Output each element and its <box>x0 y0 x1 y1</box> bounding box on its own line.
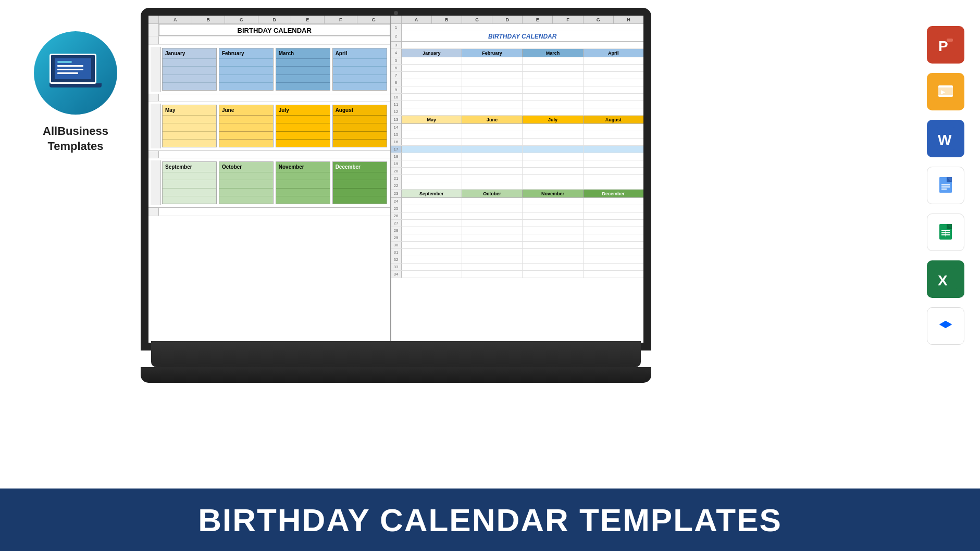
screen-content: A B C D E F G BIRTHDAY CALENDAR <box>148 16 643 343</box>
dropbox-icon[interactable] <box>927 307 964 345</box>
col-f-left: F <box>325 16 358 23</box>
month-december-left: December <box>332 161 387 204</box>
laptop-frame: A B C D E F G BIRTHDAY CALENDAR <box>141 8 662 393</box>
svg-text:W: W <box>938 132 952 148</box>
month-january-left: January <box>162 48 217 91</box>
laptop-bezel: A B C D E F G BIRTHDAY CALENDAR <box>141 8 651 350</box>
col-d-left: D <box>258 16 292 23</box>
logo-circle <box>34 31 117 115</box>
month-august-left: August <box>332 105 387 147</box>
svg-rect-14 <box>941 184 950 185</box>
right-spreadsheet: A B C D E F G H 1 <box>391 16 644 343</box>
month-may-left: May <box>162 105 217 147</box>
month-november-left: November <box>276 161 330 204</box>
logo-laptop-icon <box>49 54 102 93</box>
logo-area: AllBusinessTemplates <box>16 31 135 154</box>
word-icon[interactable]: W <box>927 120 964 157</box>
svg-text:P: P <box>938 38 948 54</box>
brand-name: AllBusinessTemplates <box>43 124 108 154</box>
col-e-left: E <box>291 16 325 23</box>
month-march-left: March <box>276 48 330 91</box>
col-g-left: G <box>357 16 390 23</box>
svg-rect-2 <box>947 39 953 42</box>
google-docs-icon[interactable] <box>927 167 964 204</box>
svg-rect-15 <box>941 186 950 187</box>
excel-icon[interactable]: X <box>927 260 964 298</box>
month-october-left: October <box>219 161 274 204</box>
powerpoint-icon[interactable]: P <box>927 26 964 64</box>
month-july-left: July <box>276 105 330 147</box>
laptop-base <box>151 341 641 367</box>
month-september-left: September <box>162 161 217 204</box>
svg-text:X: X <box>938 272 948 289</box>
svg-rect-16 <box>941 189 947 190</box>
left-sheet-title: BIRTHDAY CALENDAR <box>159 24 390 36</box>
google-sheets-icon[interactable] <box>927 214 964 251</box>
svg-text:▶: ▶ <box>941 89 946 95</box>
bottom-banner: BIRTHDAY CALENDAR TEMPLATES <box>0 489 980 551</box>
month-june-left: June <box>219 105 274 147</box>
right-app-icons: P ▶ W <box>927 26 964 345</box>
col-c-left: C <box>225 16 258 23</box>
banner-text: BIRTHDAY CALENDAR TEMPLATES <box>198 502 782 539</box>
col-b-left: B <box>192 16 226 23</box>
google-slides-icon[interactable]: ▶ <box>927 73 964 110</box>
left-spreadsheet: A B C D E F G BIRTHDAY CALENDAR <box>148 16 391 343</box>
month-april-left: April <box>332 48 387 91</box>
col-a-left: A <box>159 16 192 23</box>
month-february-left: February <box>219 48 274 91</box>
right-sheet-title: BIRTHDAY CALENDAR <box>402 31 644 41</box>
laptop-foot <box>141 367 651 383</box>
camera-dot <box>394 11 398 15</box>
